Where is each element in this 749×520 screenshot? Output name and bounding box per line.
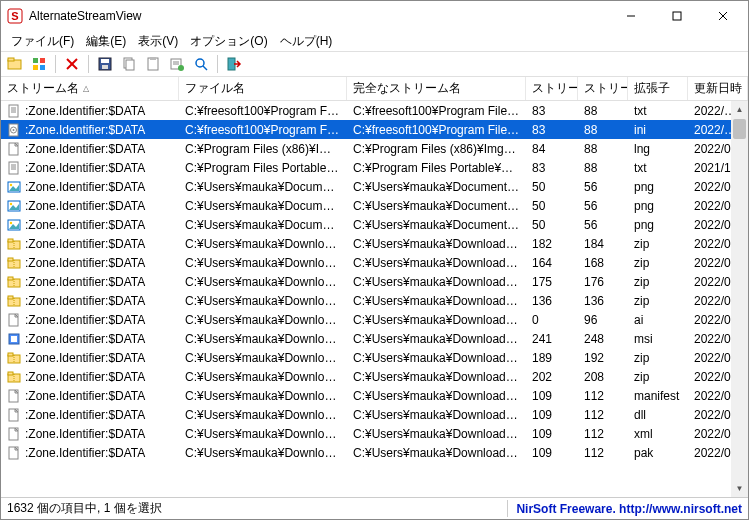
- cell-full-name: C:¥Users¥mauka¥Downloads¥...: [347, 294, 526, 308]
- svg-point-24: [178, 65, 184, 71]
- table-row[interactable]: :Zone.Identifier:$DATAC:¥Users¥mauka¥Dow…: [1, 291, 748, 310]
- table-row[interactable]: :Zone.Identifier:$DATAC:¥Users¥mauka¥Dow…: [1, 234, 748, 253]
- cell-file-name: C:¥Users¥mauka¥Downloads...: [179, 275, 347, 289]
- table-row[interactable]: :Zone.Identifier:$DATAC:¥Users¥mauka¥Dow…: [1, 253, 748, 272]
- col-stream-name[interactable]: ストリーム名△: [1, 77, 179, 100]
- table-row[interactable]: :Zone.Identifier:$DATAC:¥Program Files (…: [1, 139, 748, 158]
- filetype-icon: [7, 370, 21, 384]
- svg-text:S: S: [11, 10, 18, 22]
- cell-file-name: C:¥Users¥mauka¥Downloads...: [179, 427, 347, 441]
- cell-ext: zip: [628, 294, 688, 308]
- filetype-icon: [7, 142, 21, 156]
- cell-ext: ini: [628, 123, 688, 137]
- cell-file-name: C:¥Users¥mauka¥Downloads...: [179, 294, 347, 308]
- table-row[interactable]: :Zone.Identifier:$DATAC:¥Program Files P…: [1, 158, 748, 177]
- table-row[interactable]: :Zone.Identifier:$DATAC:¥Users¥mauka¥Dow…: [1, 348, 748, 367]
- filetype-icon: [7, 313, 21, 327]
- cell-full-name: C:¥Users¥mauka¥Downloads¥...: [347, 370, 526, 384]
- menu-options[interactable]: オプション(O): [184, 31, 273, 52]
- cell-stream-name: :Zone.Identifier:$DATA: [25, 389, 145, 403]
- table-row[interactable]: :Zone.Identifier:$DATAC:¥Users¥mauka¥Doc…: [1, 215, 748, 234]
- scrollbar-thumb[interactable]: [733, 119, 746, 139]
- close-button[interactable]: [700, 1, 746, 31]
- col-modified-date[interactable]: 更新日時: [688, 77, 748, 100]
- cell-size1: 83: [526, 161, 578, 175]
- find-button[interactable]: [191, 54, 211, 74]
- table-row[interactable]: :Zone.Identifier:$DATAC:¥Users¥mauka¥Dow…: [1, 424, 748, 443]
- cell-file-name: C:¥Users¥mauka¥Downloads...: [179, 370, 347, 384]
- delete-button[interactable]: [62, 54, 82, 74]
- svg-point-34: [13, 129, 15, 131]
- table-row[interactable]: :Zone.Identifier:$DATAC:¥Users¥mauka¥Dow…: [1, 386, 748, 405]
- table-row[interactable]: :Zone.Identifier:$DATAC:¥freesoft100¥Pro…: [1, 101, 748, 120]
- cell-full-name: C:¥Users¥mauka¥Downloads¥...: [347, 275, 526, 289]
- filetype-icon: [7, 256, 21, 270]
- filetype-icon: [7, 446, 21, 460]
- table-row[interactable]: :Zone.Identifier:$DATAC:¥Users¥mauka¥Dow…: [1, 367, 748, 386]
- scroll-down-icon[interactable]: ▼: [731, 480, 748, 497]
- filetype-icon: [7, 218, 21, 232]
- sort-asc-icon: △: [83, 84, 89, 93]
- cell-stream-name: :Zone.Identifier:$DATA: [25, 446, 145, 460]
- filetype-icon: [7, 104, 21, 118]
- exit-button[interactable]: [224, 54, 244, 74]
- svg-rect-57: [8, 277, 13, 280]
- cell-size2: 112: [578, 427, 628, 441]
- scan-button[interactable]: [29, 54, 49, 74]
- cell-size2: 112: [578, 408, 628, 422]
- column-headers: ストリーム名△ ファイル名 完全なストリーム名 ストリー... ストリー... …: [1, 77, 748, 101]
- cell-full-name: C:¥freesoft100¥Program Files ...: [347, 123, 526, 137]
- open-folder-button[interactable]: [5, 54, 25, 74]
- vertical-scrollbar[interactable]: ▲ ▼: [731, 101, 748, 497]
- col-stream-size[interactable]: ストリー...: [526, 77, 578, 100]
- save-button[interactable]: [95, 54, 115, 74]
- table-row[interactable]: :Zone.Identifier:$DATAC:¥Users¥mauka¥Dow…: [1, 405, 748, 424]
- cell-ext: txt: [628, 161, 688, 175]
- col-stream-allocated[interactable]: ストリー...: [578, 77, 628, 100]
- cell-stream-name: :Zone.Identifier:$DATA: [25, 104, 145, 118]
- col-file-name[interactable]: ファイル名: [179, 77, 347, 100]
- svg-rect-27: [228, 58, 235, 70]
- cell-size2: 56: [578, 180, 628, 194]
- cell-ext: msi: [628, 332, 688, 346]
- cell-ext: manifest: [628, 389, 688, 403]
- table-row[interactable]: :Zone.Identifier:$DATAC:¥Users¥mauka¥Dow…: [1, 443, 748, 462]
- properties-button[interactable]: [167, 54, 187, 74]
- svg-point-46: [10, 202, 12, 204]
- cell-size2: 88: [578, 161, 628, 175]
- minimize-button[interactable]: [608, 1, 654, 31]
- cell-file-name: C:¥Users¥mauka¥Downloads...: [179, 313, 347, 327]
- cell-ext: png: [628, 218, 688, 232]
- col-full-stream-name[interactable]: 完全なストリーム名: [347, 77, 526, 100]
- table-row[interactable]: :Zone.Identifier:$DATAC:¥freesoft100¥Pro…: [1, 120, 748, 139]
- copy-button[interactable]: [119, 54, 139, 74]
- cell-size2: 112: [578, 446, 628, 460]
- maximize-button[interactable]: [654, 1, 700, 31]
- table-row[interactable]: :Zone.Identifier:$DATAC:¥Users¥mauka¥Doc…: [1, 177, 748, 196]
- cell-ext: dll: [628, 408, 688, 422]
- svg-rect-37: [9, 162, 18, 174]
- cell-size1: 109: [526, 389, 578, 403]
- filetype-icon: [7, 294, 21, 308]
- table-rows[interactable]: :Zone.Identifier:$DATAC:¥freesoft100¥Pro…: [1, 101, 748, 462]
- cell-stream-name: :Zone.Identifier:$DATA: [25, 370, 145, 384]
- cell-ext: png: [628, 199, 688, 213]
- menu-view[interactable]: 表示(V): [132, 31, 184, 52]
- menu-file[interactable]: ファイル(F): [5, 31, 80, 52]
- menu-edit[interactable]: 編集(E): [80, 31, 132, 52]
- scroll-up-icon[interactable]: ▲: [731, 101, 748, 118]
- col-extension[interactable]: 拡張子: [628, 77, 688, 100]
- status-right[interactable]: NirSoft Freeware. http://www.nirsoft.net: [508, 502, 742, 516]
- cell-size1: 50: [526, 218, 578, 232]
- svg-rect-8: [33, 58, 38, 63]
- cell-full-name: C:¥Users¥mauka¥Downloads¥...: [347, 446, 526, 460]
- table-row[interactable]: :Zone.Identifier:$DATAC:¥Users¥mauka¥Dow…: [1, 329, 748, 348]
- menu-help[interactable]: ヘルプ(H): [274, 31, 339, 52]
- table-row[interactable]: :Zone.Identifier:$DATAC:¥Users¥mauka¥Doc…: [1, 196, 748, 215]
- cell-file-name: C:¥freesoft100¥Program File...: [179, 123, 347, 137]
- filetype-icon: [7, 237, 21, 251]
- filetype-icon: [7, 161, 21, 175]
- table-row[interactable]: :Zone.Identifier:$DATAC:¥Users¥mauka¥Dow…: [1, 310, 748, 329]
- copy-clipboard-button[interactable]: [143, 54, 163, 74]
- table-row[interactable]: :Zone.Identifier:$DATAC:¥Users¥mauka¥Dow…: [1, 272, 748, 291]
